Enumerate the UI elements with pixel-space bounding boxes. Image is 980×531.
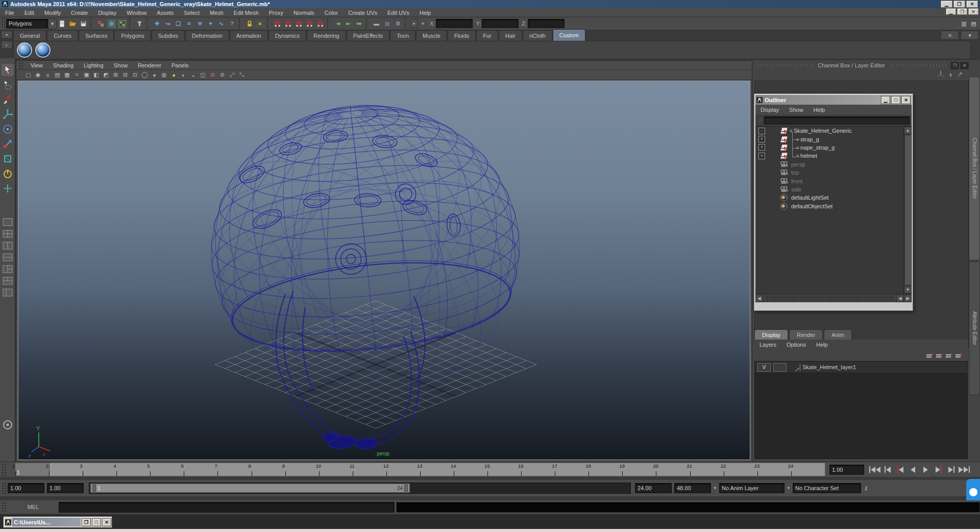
- scene-minimize-button[interactable]: ▁: [946, 8, 956, 15]
- snap-points-icon[interactable]: [294, 19, 304, 29]
- menu-display[interactable]: Display: [93, 8, 121, 17]
- new-layer-icon[interactable]: [945, 352, 953, 359]
- tool-settings-icon[interactable]: [1, 418, 14, 431]
- y-coord-field[interactable]: [482, 19, 519, 28]
- layer-visibility-toggle[interactable]: V: [757, 363, 771, 372]
- open-scene-icon[interactable]: [68, 19, 78, 29]
- outliner-minimize-icon[interactable]: ▁: [881, 96, 890, 104]
- highlight-selection-icon[interactable]: [255, 19, 265, 29]
- shelf-tab-animation[interactable]: Animation: [230, 30, 268, 41]
- current-time-field[interactable]: 1.00: [829, 465, 864, 475]
- frame-24[interactable]: 24: [791, 463, 825, 476]
- shelf-options-icon[interactable]: ▾: [961, 31, 979, 40]
- mask-surfaces-icon[interactable]: ❏: [174, 19, 183, 29]
- shelf-tab-menu-icon[interactable]: ▾: [1, 31, 12, 39]
- x-coord-field[interactable]: [436, 19, 473, 28]
- show-sidebar-icon[interactable]: ▥: [960, 20, 968, 28]
- safe-action-icon[interactable]: ⊟: [121, 71, 130, 79]
- frame-13[interactable]: 13: [420, 463, 454, 476]
- render-current-frame-icon[interactable]: ▬: [372, 19, 381, 29]
- shelf-tab-toon[interactable]: Toon: [390, 30, 415, 41]
- panel-menu-panels[interactable]: Panels: [166, 61, 194, 69]
- film-gate-icon[interactable]: ▣: [82, 71, 91, 79]
- four-pane-layout[interactable]: [2, 229, 14, 239]
- save-scene-icon[interactable]: [79, 19, 88, 29]
- layer-name[interactable]: Skate_Helmet_layer1: [802, 364, 856, 370]
- shaded-icon[interactable]: ●: [150, 71, 159, 79]
- frame-12[interactable]: 12: [386, 463, 420, 476]
- wireframe-icon[interactable]: ◯: [140, 71, 149, 79]
- coord-dropdown-arrow[interactable]: ▾: [410, 19, 418, 28]
- layer-menu-help[interactable]: Help: [811, 340, 833, 350]
- shelf-tab-dynamics[interactable]: Dynamics: [268, 30, 306, 41]
- frame-2[interactable]: 2: [49, 463, 83, 476]
- frame-22[interactable]: 22: [724, 463, 757, 476]
- shelf-tab-custom[interactable]: Custom: [553, 29, 585, 41]
- frame-1[interactable]: 11: [15, 463, 49, 476]
- scale-tool-icon[interactable]: [1, 137, 14, 151]
- snap-curves-icon[interactable]: [283, 19, 293, 29]
- crosshair-icon[interactable]: ⌖: [419, 20, 427, 28]
- panel-menu-renderer[interactable]: Renderer: [133, 61, 166, 69]
- field-chart-icon[interactable]: ⊞: [111, 71, 120, 79]
- select-camera-icon[interactable]: ▢: [24, 71, 33, 79]
- play-forwards-button[interactable]: [919, 464, 932, 476]
- layer-playback-toggle[interactable]: [773, 363, 787, 372]
- scene-close-button[interactable]: ✕: [968, 8, 978, 15]
- selection-mask-dropdown-icon[interactable]: [135, 19, 144, 29]
- shelf-editor-icon[interactable]: ≡: [941, 31, 959, 40]
- mask-points-icon[interactable]: ✚: [152, 19, 162, 29]
- resolution-gate-icon[interactable]: ◧: [92, 71, 101, 79]
- shelf-tab-ncloth[interactable]: nCloth: [523, 30, 552, 41]
- anim-layer-dropdown-arrow[interactable]: ▼: [711, 486, 719, 491]
- single-pane-layout[interactable]: [2, 217, 14, 227]
- frame-3[interactable]: 3: [83, 463, 116, 476]
- outliner-item-defaultlightset[interactable]: defaultLightSet: [755, 194, 912, 202]
- minimize-button[interactable]: ▁: [941, 1, 952, 8]
- viewport-3d[interactable]: Yxz persp: [18, 81, 750, 460]
- gate-mask-icon[interactable]: ◩: [102, 71, 110, 79]
- frame-8[interactable]: 8: [252, 463, 285, 476]
- safe-title-icon[interactable]: ⊡: [131, 71, 139, 79]
- z-coord-field[interactable]: [528, 19, 565, 28]
- show-toolbox-icon[interactable]: ▤: [969, 20, 978, 28]
- snap-surfaces-icon[interactable]: [315, 19, 325, 29]
- go-to-start-button[interactable]: [868, 464, 881, 476]
- menu-assets[interactable]: Assets: [152, 8, 179, 17]
- default-light-icon[interactable]: ◐: [179, 71, 188, 79]
- outliner-maximize-icon[interactable]: □: [891, 96, 900, 104]
- frame-16[interactable]: 16: [521, 463, 555, 476]
- layer-row-skate_helmet_layer1[interactable]: VSkate_Helmet_layer1: [755, 361, 967, 373]
- shelf-item-menu-icon[interactable]: ▪: [1, 41, 12, 49]
- range-start-handle[interactable]: [92, 485, 96, 492]
- lasso-tool-icon[interactable]: [1, 78, 14, 91]
- menu-create-uvs[interactable]: Create UVs: [343, 8, 382, 17]
- panel-menu-view[interactable]: View: [26, 61, 48, 69]
- outliner-horizontal-scrollbar[interactable]: ◀ ◀ ▶: [755, 294, 912, 302]
- frame-4[interactable]: 4: [116, 463, 150, 476]
- previous-key-button[interactable]: [894, 464, 906, 476]
- character-set-dropdown-arrow[interactable]: ▼: [785, 486, 793, 491]
- shelf-tab-fur[interactable]: Fur: [476, 30, 498, 41]
- animation-end-field[interactable]: 48.00: [674, 483, 711, 493]
- scene-restore-button[interactable]: ❐: [957, 8, 967, 15]
- universal-manipulator-icon[interactable]: [1, 152, 14, 165]
- layer-menu-layers[interactable]: Layers: [754, 340, 781, 350]
- frame-20[interactable]: 20: [656, 463, 690, 476]
- shelf-tab-deformation[interactable]: Deformation: [185, 30, 229, 41]
- vray-material-sphere-icon[interactable]: [17, 42, 32, 58]
- shadows-icon[interactable]: ◒: [189, 71, 198, 79]
- frame-15[interactable]: 15: [487, 463, 521, 476]
- playback-start-field[interactable]: 1.00: [47, 483, 84, 493]
- close-button[interactable]: ✕: [966, 1, 978, 8]
- outliner-close-icon[interactable]: ✕: [901, 96, 911, 104]
- mask-deformations-icon[interactable]: ⌗: [184, 19, 194, 29]
- isolate-select-icon[interactable]: ⊘: [218, 71, 227, 79]
- image-plane-icon[interactable]: ▦: [63, 71, 71, 79]
- outliner-vertical-scrollbar[interactable]: ▲ ▼: [903, 127, 912, 294]
- range-end-handle[interactable]: [404, 485, 408, 492]
- frame-6[interactable]: 6: [184, 463, 217, 476]
- panel-menu-show[interactable]: Show: [109, 61, 133, 69]
- outliner-item-top[interactable]: top: [755, 168, 912, 177]
- statusline-grip[interactable]: [1, 18, 5, 29]
